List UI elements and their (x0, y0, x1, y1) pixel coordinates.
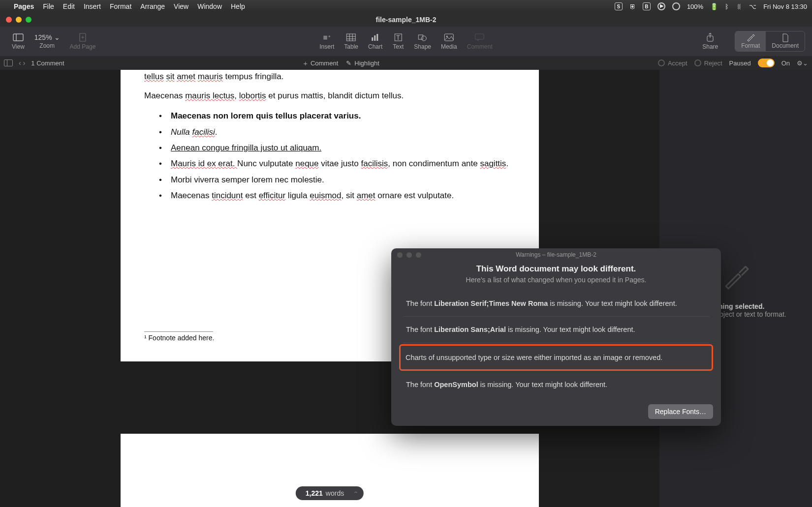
text-misspelled[interactable]: facilisis (361, 159, 388, 168)
paused-label: Paused (729, 60, 751, 67)
battery-icon[interactable]: 🔋 (710, 3, 718, 10)
status-ring-icon[interactable] (672, 2, 680, 10)
add-comment-button[interactable]: +Comment (303, 59, 338, 67)
menu-insert[interactable]: Insert (84, 2, 101, 10)
menu-help[interactable]: Help (231, 2, 245, 10)
text-misspelled[interactable]: sit (166, 72, 174, 81)
zoom-dropdown[interactable]: 125%⌄ Zoom (30, 33, 65, 49)
text-misspelled[interactable]: amet (177, 72, 195, 81)
body-text[interactable]: ligula (285, 191, 310, 200)
tracking-options-icon[interactable]: ⚙︎⌄ (797, 60, 808, 67)
list-item[interactable]: Mauris id ex erat. Nunc vulputate neque … (159, 156, 515, 172)
list-item[interactable]: Maecenas tincidunt est efficitur ligula … (159, 188, 515, 204)
body-text[interactable]: est (243, 191, 259, 200)
body-text[interactable]: Maecenas (144, 91, 185, 100)
table-button[interactable]: Table (339, 32, 363, 50)
body-text[interactable]: tempus fringilla. (223, 72, 284, 81)
text-misspelled[interactable]: Mauris id ex erat. (171, 159, 237, 168)
text-misspelled[interactable]: euismod (310, 191, 341, 200)
body-text[interactable]: Nulla (171, 127, 192, 137)
nav-back-icon[interactable]: ‹ (19, 59, 21, 67)
body-text[interactable]: Nunc vulputate (237, 159, 295, 168)
control-center-icon[interactable]: ⌥ (749, 3, 756, 10)
text-misspelled[interactable]: tellus (144, 72, 164, 81)
body-text[interactable]: Maecenas (171, 191, 212, 200)
svg-text:T: T (396, 34, 400, 41)
dialog-titlebar[interactable]: Warnings – file-sample_1MB-2 (391, 248, 721, 261)
text-misspelled[interactable]: sagittis (480, 159, 506, 168)
menu-edit[interactable]: Edit (63, 2, 75, 10)
insert-button[interactable]: ≣⁺Insert (314, 32, 339, 50)
text-misspelled[interactable]: efficitur (259, 191, 286, 200)
warning-row[interactable]: The font Liberation Serif;Times New Roma… (403, 291, 709, 317)
close-window-button[interactable] (6, 17, 12, 23)
bluetooth-icon[interactable]: ᛒ (725, 3, 729, 10)
menu-window[interactable]: Window (197, 2, 222, 10)
sidebar-toggle-icon[interactable] (4, 60, 13, 66)
media-button[interactable]: Media (436, 32, 462, 50)
menu-arrange[interactable]: Arrange (140, 2, 165, 10)
menu-format[interactable]: Format (110, 2, 131, 10)
highlight-button[interactable]: ✎Highlight (346, 60, 379, 67)
replace-fonts-button[interactable]: Replace Fonts… (648, 404, 713, 419)
list-item[interactable]: Nulla facilisi. (159, 124, 515, 140)
view-label: View (12, 43, 25, 50)
shield-icon[interactable]: ⛨ (629, 3, 636, 10)
highlight-label: Highlight (354, 60, 379, 67)
body-text[interactable]: vitae justo (319, 159, 361, 168)
add-page-button[interactable]: Add Page (65, 32, 101, 50)
text-misspelled[interactable]: mauris lectus (185, 91, 234, 100)
status-circle-icon[interactable]: ▶ (657, 2, 665, 10)
comment-count[interactable]: 1 Comment (31, 60, 64, 67)
body-text[interactable]: ornare est vulputate. (375, 191, 454, 200)
dialog-close-button[interactable] (397, 252, 403, 258)
text-misspelled[interactable]: neque (295, 159, 318, 168)
document-icon (781, 33, 789, 42)
text-misspelled[interactable]: tincidunt (212, 191, 243, 200)
plus-icon: + (303, 59, 308, 67)
view-button[interactable]: View (7, 32, 30, 50)
minimize-window-button[interactable] (16, 17, 22, 23)
clock[interactable]: Fri Nov 8 13:30 (763, 3, 807, 10)
nav-forward-icon[interactable]: › (23, 59, 26, 67)
body-text[interactable]: , non condimentum ante (388, 159, 480, 168)
status-b-icon[interactable]: B (643, 2, 651, 10)
warning-row[interactable]: The font OpenSymbol is missing. Your tex… (403, 372, 709, 397)
body-text[interactable]: . (506, 159, 508, 168)
body-text[interactable]: , sit (342, 191, 357, 200)
reject-button[interactable]: Reject (694, 60, 722, 67)
list-item[interactable]: Maecenas non lorem quis tellus placerat … (159, 108, 515, 124)
text-button[interactable]: TText (387, 32, 409, 50)
wifi-icon[interactable]: ⧛ (736, 3, 742, 10)
list-item[interactable]: Aenean congue fringilla justo ut aliquam… (159, 140, 515, 156)
status-s-icon[interactable]: S (615, 2, 623, 10)
insert-label: Insert (319, 43, 334, 50)
body-text-underline[interactable]: Aenean congue fringilla justo ut aliquam… (171, 143, 321, 152)
menu-file[interactable]: File (43, 2, 54, 10)
share-button[interactable]: Share (697, 32, 723, 50)
accept-button[interactable]: Accept (658, 60, 687, 67)
body-text-bold[interactable]: Maecenas non lorem quis tellus placerat … (171, 111, 361, 120)
radio-icon (694, 60, 701, 66)
warning-row-highlighted[interactable]: Charts of unsupported type or size were … (399, 344, 713, 371)
zoom-window-button[interactable] (26, 17, 31, 23)
text-misspelled[interactable]: amet (357, 191, 375, 200)
menu-view[interactable]: View (174, 2, 188, 10)
chart-button[interactable]: Chart (363, 32, 387, 50)
word-count[interactable]: 1,221 words (296, 486, 364, 500)
app-name[interactable]: Pages (14, 2, 34, 10)
tracking-toggle[interactable] (758, 59, 775, 67)
word-count-number: 1,221 (306, 489, 323, 497)
review-bar: ‹ › 1 Comment +Comment ✎Highlight Accept… (0, 56, 812, 70)
format-panel-button[interactable]: Format (735, 31, 766, 51)
text-misspelled[interactable]: facilisi (192, 127, 215, 137)
shape-button[interactable]: Shape (409, 32, 436, 50)
warning-row[interactable]: The font Liberation Sans;Arial is missin… (403, 317, 709, 343)
body-text[interactable]: . (215, 127, 218, 137)
list-item[interactable]: Morbi viverra semper lorem nec molestie. (159, 172, 515, 188)
body-text[interactable]: et purus mattis, blandit dictum tellus. (266, 91, 404, 100)
text-misspelled[interactable]: mauris (198, 72, 223, 81)
text-misspelled[interactable]: lobortis (239, 91, 266, 100)
document-panel-button[interactable]: Document (766, 31, 805, 51)
comment-label: Comment (467, 43, 493, 50)
